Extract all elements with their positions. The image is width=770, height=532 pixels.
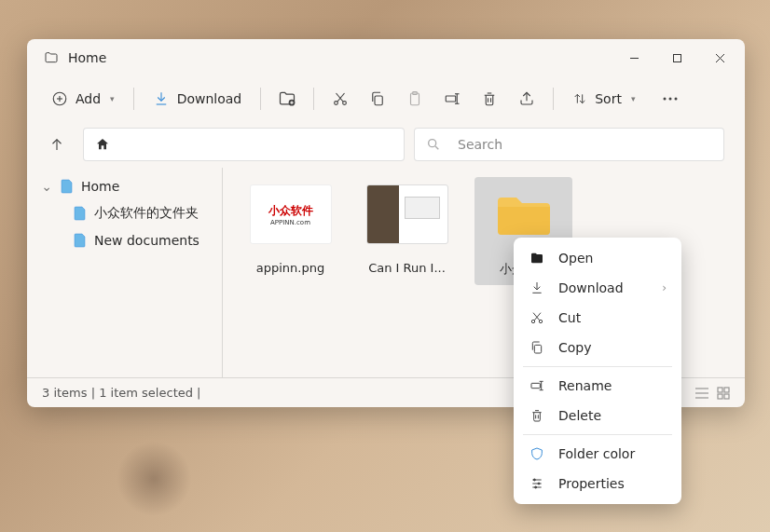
separator: [553, 88, 554, 110]
ctx-rename[interactable]: Rename: [514, 371, 681, 401]
separator: [523, 366, 672, 367]
svg-rect-37: [724, 388, 729, 392]
sort-label: Sort: [595, 91, 622, 106]
home-icon: [95, 137, 110, 152]
ctx-folder-color[interactable]: Folder color: [514, 439, 681, 469]
svg-point-12: [335, 102, 338, 105]
svg-rect-39: [724, 394, 729, 399]
maximize-button[interactable]: [655, 43, 698, 73]
navbar: Search: [27, 121, 745, 168]
delete-icon: [529, 408, 545, 423]
nav-up-button[interactable]: [40, 128, 74, 161]
window-title: Home: [68, 50, 612, 65]
new-folder-button[interactable]: [268, 82, 306, 116]
svg-line-32: [435, 146, 438, 149]
sidebar-item-home[interactable]: ⌄ Home: [27, 173, 222, 199]
minimize-button[interactable]: [612, 43, 655, 73]
folder-icon: [529, 252, 545, 265]
search-icon: [426, 137, 441, 152]
path-input[interactable]: [83, 128, 405, 161]
ctx-copy[interactable]: Copy: [514, 333, 681, 362]
file-item[interactable]: Can I Run I...: [358, 177, 456, 282]
context-menu: Open Download › Cut Copy Rename Delete: [514, 238, 681, 504]
download-icon: [529, 280, 545, 295]
svg-line-14: [337, 93, 345, 102]
svg-point-31: [429, 140, 436, 147]
ctx-label: Properties: [558, 476, 625, 491]
download-button[interactable]: Download: [142, 85, 254, 113]
rename-button[interactable]: [433, 82, 471, 116]
window-controls: [612, 43, 741, 73]
ctx-label: Copy: [558, 340, 592, 355]
ctx-label: Delete: [558, 408, 601, 423]
search-input[interactable]: Search: [414, 128, 724, 161]
ctx-label: Open: [558, 251, 593, 266]
status-text: 3 items | 1 item selected |: [42, 386, 201, 400]
sidebar-item-folder-cn[interactable]: 小众软件的文件夹: [27, 199, 222, 227]
file-item[interactable]: 小众软件 APPINN.com appinn.png: [241, 177, 339, 282]
grid-view-button[interactable]: [717, 387, 730, 400]
ctx-properties[interactable]: Properties: [514, 469, 681, 498]
copy-button[interactable]: [359, 82, 396, 116]
add-label: Add: [76, 91, 101, 106]
thumbnail: [366, 184, 448, 244]
sidebar-item-new-documents[interactable]: New documents: [27, 227, 222, 253]
svg-point-28: [669, 98, 672, 101]
document-icon: [72, 233, 89, 248]
separator: [260, 88, 261, 110]
close-button[interactable]: [698, 43, 741, 73]
chevron-down-icon: ⌄: [40, 179, 53, 194]
sidebar-item-label: Home: [81, 179, 119, 194]
svg-point-29: [675, 98, 678, 101]
sidebar-item-label: 小众软件的文件夹: [94, 205, 199, 222]
titlebar: Home: [27, 39, 745, 76]
separator: [523, 434, 672, 435]
folder-icon: [44, 50, 59, 65]
cut-button[interactable]: [322, 82, 359, 116]
ctx-label: Folder color: [558, 446, 635, 461]
ctx-label: Cut: [558, 310, 581, 325]
view-toggle: [694, 387, 730, 400]
toolbar: Add ▾ Download: [27, 76, 745, 121]
folder-icon: [483, 184, 565, 244]
ctx-open[interactable]: Open: [514, 243, 681, 273]
svg-point-56: [533, 479, 535, 481]
svg-point-27: [664, 98, 667, 101]
svg-point-57: [538, 483, 540, 484]
delete-button[interactable]: [471, 82, 508, 116]
ctx-cut[interactable]: Cut: [514, 303, 681, 333]
svg-rect-47: [531, 383, 540, 388]
cut-icon: [529, 310, 545, 325]
svg-line-44: [534, 313, 541, 321]
svg-point-43: [539, 320, 542, 322]
paste-button[interactable]: [396, 82, 433, 116]
svg-rect-19: [446, 96, 456, 102]
svg-rect-1: [673, 54, 681, 61]
copy-icon: [529, 340, 545, 355]
more-button[interactable]: [652, 82, 689, 116]
svg-rect-38: [718, 394, 722, 399]
file-name: Can I Run I...: [368, 261, 446, 275]
ctx-label: Download: [558, 280, 624, 295]
share-button[interactable]: [508, 82, 545, 116]
ctx-download[interactable]: Download ›: [514, 273, 681, 303]
svg-point-42: [531, 320, 534, 322]
thumbnail: 小众软件 APPINN.com: [250, 184, 332, 244]
list-view-button[interactable]: [694, 387, 709, 400]
sort-button[interactable]: Sort ▾: [561, 86, 646, 112]
sidebar: ⌄ Home 小众软件的文件夹 New documents: [27, 168, 223, 377]
properties-icon: [529, 476, 545, 491]
sidebar-item-label: New documents: [94, 233, 199, 248]
chevron-down-icon: ▾: [110, 94, 115, 103]
ctx-delete[interactable]: Delete: [514, 401, 681, 430]
document-icon: [59, 179, 76, 194]
separator: [313, 88, 314, 110]
svg-point-58: [535, 486, 537, 488]
add-button[interactable]: Add ▾: [40, 85, 126, 113]
search-placeholder: Search: [458, 137, 502, 152]
svg-rect-36: [718, 388, 722, 392]
rename-icon: [529, 378, 545, 393]
document-icon: [72, 206, 89, 221]
ctx-label: Rename: [558, 378, 612, 393]
chevron-right-icon: ›: [662, 281, 667, 294]
